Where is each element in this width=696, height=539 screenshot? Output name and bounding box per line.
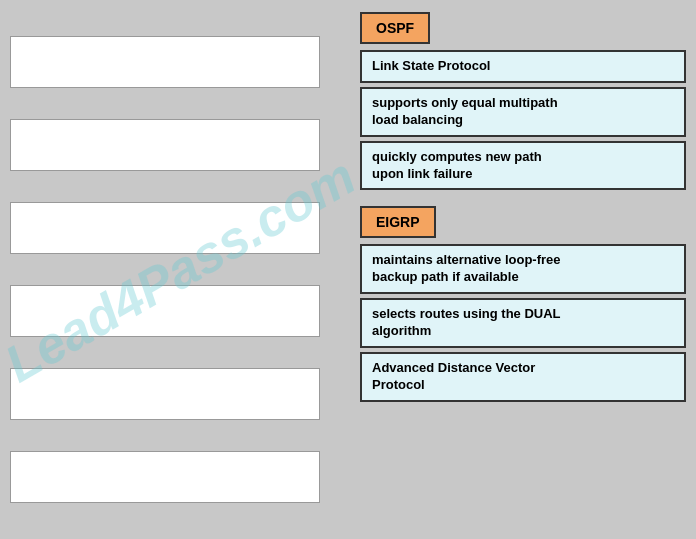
answer-equal-multipath[interactable]: supports only equal multipathload balanc… bbox=[360, 87, 686, 137]
drop-zone-5[interactable] bbox=[10, 368, 320, 420]
answer-quickly-computes[interactable]: quickly computes new pathupon link failu… bbox=[360, 141, 686, 191]
drop-zone-1[interactable] bbox=[10, 36, 320, 88]
answer-loop-free[interactable]: maintains alternative loop-freebackup pa… bbox=[360, 244, 686, 294]
drop-zone-4[interactable] bbox=[10, 285, 320, 337]
main-container: Lead4Pass.com OSPF Link State Protocol s… bbox=[0, 0, 696, 539]
right-column: OSPF Link State Protocol supports only e… bbox=[360, 10, 686, 529]
left-column: Lead4Pass.com bbox=[10, 10, 350, 529]
answer-distance-vector[interactable]: Advanced Distance VectorProtocol bbox=[360, 352, 686, 402]
ospf-label: OSPF bbox=[360, 12, 430, 44]
answer-dual-algorithm[interactable]: selects routes using the DUALalgorithm bbox=[360, 298, 686, 348]
drop-zone-3[interactable] bbox=[10, 202, 320, 254]
drop-zone-2[interactable] bbox=[10, 119, 320, 171]
watermark: Lead4Pass.com bbox=[0, 145, 365, 394]
eigrp-label: EIGRP bbox=[360, 206, 436, 238]
answer-link-state[interactable]: Link State Protocol bbox=[360, 50, 686, 83]
drop-zone-6[interactable] bbox=[10, 451, 320, 503]
